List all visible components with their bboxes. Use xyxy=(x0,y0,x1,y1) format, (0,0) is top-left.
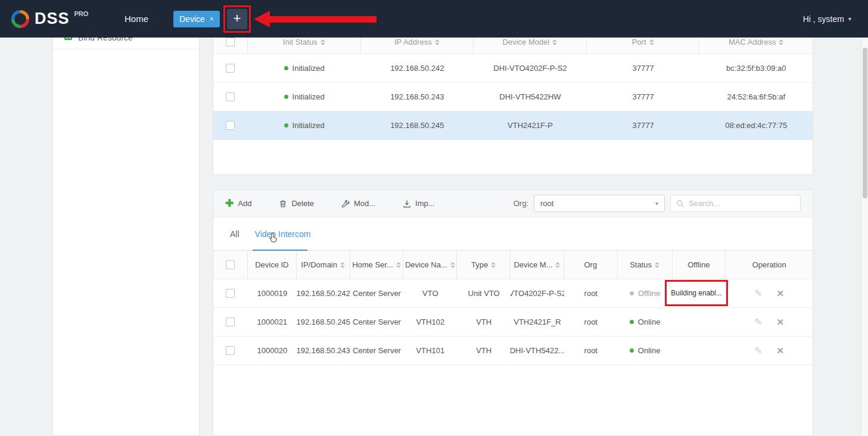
org-value: root xyxy=(564,317,618,326)
edit-icon[interactable]: ✎ xyxy=(754,345,762,356)
search-input[interactable] xyxy=(689,199,795,208)
scrollbar-thumb[interactable] xyxy=(863,48,867,198)
sort-icon[interactable] xyxy=(435,39,440,45)
delete-button[interactable]: Delete xyxy=(279,199,314,208)
sort-icon[interactable] xyxy=(552,39,557,45)
col-ip-domain[interactable]: IP/Domain xyxy=(297,251,350,279)
device-table-header: Device ID IP/Domain Home Ser... Device N… xyxy=(213,251,813,279)
status-dot xyxy=(630,348,634,353)
ip-value: 192.168.50.242 xyxy=(297,289,350,298)
col-type[interactable]: Type xyxy=(457,251,511,279)
sort-icon[interactable] xyxy=(555,262,560,268)
brand-text: DSS xyxy=(35,10,70,28)
mac-value: 08:ed:ed:4c:77:75 xyxy=(699,121,813,130)
discovery-table-header: Init Status IP Address Device Model Port… xyxy=(213,38,813,54)
row-checkbox[interactable] xyxy=(226,289,235,298)
sort-icon[interactable] xyxy=(340,262,345,268)
ip-value: 192.168.50.245 xyxy=(297,317,350,326)
select-all-checkbox[interactable] xyxy=(226,260,235,269)
status-dot xyxy=(284,95,288,99)
row-checkbox[interactable] xyxy=(226,92,235,101)
delete-row-icon[interactable]: ✕ xyxy=(777,317,785,328)
row-checkbox[interactable] xyxy=(226,121,235,130)
col-offline[interactable]: Offline xyxy=(673,251,726,279)
org-select[interactable]: root ▾ xyxy=(534,195,665,212)
delete-row-icon[interactable]: ✕ xyxy=(777,288,785,299)
port-value: 37777 xyxy=(587,64,700,73)
col-mac-address[interactable]: MAC Address xyxy=(699,38,813,54)
col-device-model[interactable]: Device Model xyxy=(474,38,587,54)
table-row[interactable]: 1000020 192.168.50.243 Center Server VTH… xyxy=(213,337,813,365)
sort-icon[interactable] xyxy=(321,39,325,45)
device-toolbar: ✚ Add Delete Mod... Imp... Org: root ▾ xyxy=(213,190,813,217)
col-device-id[interactable]: Device ID xyxy=(248,251,297,279)
device-id-value: 1000021 xyxy=(248,317,297,326)
user-menu[interactable]: Hi , system ▾ xyxy=(803,0,851,38)
modify-button[interactable]: Mod... xyxy=(341,199,375,208)
delete-row-icon[interactable]: ✕ xyxy=(777,345,785,356)
ip-value: 192.168.50.243 xyxy=(361,92,474,101)
row-checkbox[interactable] xyxy=(226,317,235,326)
add-button[interactable]: ✚ Add xyxy=(225,198,251,208)
sidebar-item-bind-resource[interactable]: Bind Resource xyxy=(53,38,199,49)
sort-icon[interactable] xyxy=(450,262,455,268)
table-row-selected[interactable]: Initialized 192.168.50.245 VTH2421F-P 37… xyxy=(213,111,813,140)
table-row[interactable]: Initialized 192.168.50.243 DHI-VTH5422HW… xyxy=(213,83,813,111)
model-value: VTH2421F-P xyxy=(474,121,587,130)
table-row[interactable]: 1000021 192.168.50.245 Center Server VTH… xyxy=(213,308,813,337)
dss-logo: DSS PRO xyxy=(11,0,88,38)
brand-sub-text: PRO xyxy=(74,10,89,17)
row-checkbox[interactable] xyxy=(226,346,235,355)
download-icon xyxy=(403,200,411,208)
search-box xyxy=(670,195,801,212)
home-server-value: Center Server xyxy=(350,317,404,326)
tab-all[interactable]: All xyxy=(230,229,239,239)
table-row[interactable]: Initialized 192.168.50.242 DHI-VTO4202F-… xyxy=(213,54,813,83)
select-all-checkbox[interactable] xyxy=(226,38,235,46)
edit-icon[interactable]: ✎ xyxy=(754,316,762,328)
import-button[interactable]: Imp... xyxy=(403,199,435,208)
nav-home[interactable]: Home xyxy=(117,0,156,38)
active-tab-underline xyxy=(253,250,307,251)
ip-value: 192.168.50.242 xyxy=(361,64,474,73)
trash-icon xyxy=(279,200,287,208)
type-value: VTH xyxy=(457,317,511,326)
org-value: root xyxy=(564,346,618,355)
search-icon xyxy=(676,200,685,208)
model-value: VTH2421F_R xyxy=(511,317,564,326)
dss-logo-icon xyxy=(11,10,30,29)
device-name-value: VTO xyxy=(403,289,457,298)
tab-video-intercom[interactable]: Video Intercom xyxy=(255,229,311,239)
col-init-status[interactable]: Init Status xyxy=(248,38,361,54)
close-icon[interactable]: × xyxy=(210,15,214,23)
col-org[interactable]: Org xyxy=(564,251,618,279)
status-dot xyxy=(630,320,634,324)
model-value: DHI-VTH5422HW xyxy=(474,92,587,101)
sort-icon[interactable] xyxy=(491,262,496,268)
table-row[interactable]: 1000019 192.168.50.242 Center Server VTO… xyxy=(213,279,813,308)
col-port[interactable]: Port xyxy=(587,38,700,54)
col-home-server[interactable]: Home Ser... xyxy=(350,251,404,279)
row-checkbox[interactable] xyxy=(226,64,235,73)
sort-icon[interactable] xyxy=(649,39,654,45)
tab-device[interactable]: Device × xyxy=(173,11,220,27)
col-status[interactable]: Status xyxy=(618,251,673,279)
user-greeting: Hi , system xyxy=(803,14,844,24)
vertical-scrollbar[interactable] xyxy=(861,38,868,436)
sort-icon[interactable] xyxy=(655,262,659,268)
col-device-model[interactable]: Device M... xyxy=(511,251,564,279)
sort-icon[interactable] xyxy=(779,39,783,45)
add-tab-button[interactable]: + xyxy=(227,9,247,29)
edit-icon[interactable]: ✎ xyxy=(754,288,762,299)
col-operation: Operation xyxy=(726,251,813,279)
col-device-name[interactable]: Device Na... xyxy=(403,251,457,279)
sidebar-item-label: Bind Resource xyxy=(78,38,133,42)
model-value: DHI-VTH5422... xyxy=(511,346,564,355)
col-ip-address[interactable]: IP Address xyxy=(361,38,474,54)
chevron-down-icon: ▾ xyxy=(655,200,658,207)
sort-icon[interactable] xyxy=(396,262,401,268)
org-selected-value: root xyxy=(540,199,553,208)
port-value: 37777 xyxy=(587,121,700,130)
device-id-value: 1000019 xyxy=(248,289,297,298)
mac-value: 24:52:6a:6f:5b:af xyxy=(699,92,813,101)
